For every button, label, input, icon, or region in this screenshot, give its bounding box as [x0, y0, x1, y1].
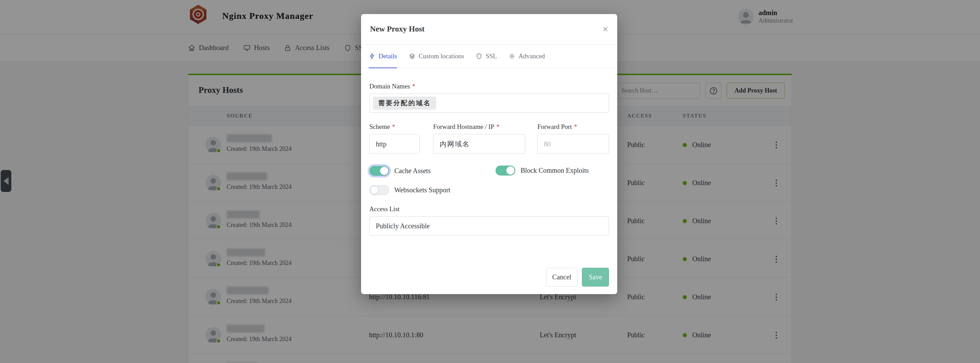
toggle-label: Block Common Exploits [520, 166, 589, 174]
modal-title: New Proxy Host [370, 25, 603, 33]
save-button[interactable]: Save [582, 268, 609, 287]
toggle-label: Cache Assets [395, 167, 431, 175]
forward-port-field [537, 134, 609, 154]
gear-icon [509, 53, 515, 60]
tab-label: Custom locations [419, 52, 464, 60]
required-asterisk: * [412, 82, 415, 90]
forward-hostname-field [433, 134, 525, 154]
tab-label: SSL [485, 52, 497, 60]
scheme-select[interactable]: http [369, 134, 420, 154]
forward-settings-row: Scheme* http Forward Hostname / IP* [369, 123, 609, 154]
close-icon[interactable]: × [603, 24, 608, 34]
forward-port-input[interactable] [544, 140, 603, 148]
toggles-row-2: Websockets Support [369, 185, 609, 195]
modal-header: New Proxy Host × [361, 14, 617, 44]
cache-assets-toggle-group: Cache Assets [369, 166, 431, 176]
websockets-toggle-group: Websockets Support [369, 185, 450, 195]
cache-assets-toggle[interactable] [369, 166, 389, 176]
toggle-knob [506, 166, 515, 175]
domain-tag-chip[interactable]: 需要分配的域名 [373, 97, 436, 110]
required-asterisk: * [574, 123, 578, 130]
label-text: Scheme [369, 123, 390, 130]
tab-ssl[interactable]: SSL [476, 44, 497, 68]
access-list-select[interactable]: Publicly Accessible [369, 216, 609, 236]
toggles-row-1: Cache Assets Block Common Exploits [369, 166, 609, 176]
access-list-label: Access List [369, 205, 609, 213]
cancel-button[interactable]: Cancel [546, 268, 578, 287]
label-text: Domain Names [369, 82, 410, 90]
required-asterisk: * [496, 123, 500, 130]
block-exploits-toggle-group: Block Common Exploits [495, 166, 589, 176]
access-list-value: Publicly Accessible [376, 222, 430, 230]
layers-icon [409, 53, 415, 60]
websockets-support-toggle[interactable] [369, 185, 389, 195]
tab-details[interactable]: Details [369, 44, 397, 68]
domain-names-input[interactable]: 需要分配的域名 [369, 94, 609, 113]
tab-custom-locations[interactable]: Custom locations [409, 44, 464, 68]
tab-label: Details [379, 52, 397, 60]
toggle-label: Websockets Support [395, 186, 450, 194]
forward-hostname-input[interactable] [440, 140, 519, 148]
tab-label: Advanced [519, 52, 545, 60]
toggle-knob [380, 166, 388, 175]
new-proxy-host-modal: New Proxy Host × Details Custom location… [361, 14, 617, 294]
forward-port-label: Forward Port* [537, 123, 609, 131]
modal-tabs: Details Custom locations SSL Advance [361, 44, 617, 68]
label-text: Forward Hostname / IP [433, 123, 494, 130]
label-text: Forward Port [537, 123, 572, 130]
domain-names-label: Domain Names* [369, 82, 609, 90]
tab-advanced[interactable]: Advanced [509, 44, 545, 68]
shield-icon [476, 53, 482, 60]
block-common-exploits-toggle[interactable] [495, 166, 515, 176]
screen: Nginx Proxy Manager admin Administrator [0, 0, 980, 363]
toggle-knob [370, 186, 379, 194]
forward-hostname-label: Forward Hostname / IP* [433, 123, 525, 131]
scheme-value: http [376, 140, 387, 148]
lightning-icon [369, 53, 375, 60]
scheme-label: Scheme* [369, 123, 420, 131]
required-asterisk: * [392, 123, 395, 130]
modal-footer: Cancel Save [546, 268, 609, 287]
